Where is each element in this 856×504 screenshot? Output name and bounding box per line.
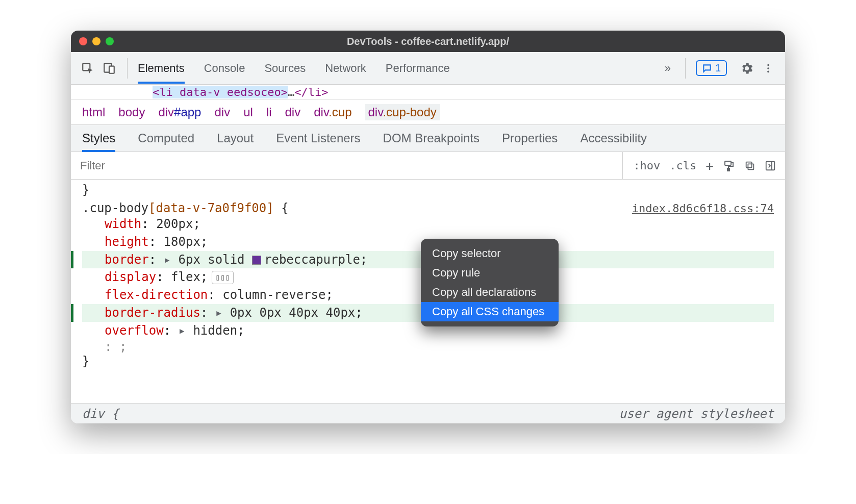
main-tabs: Elements Console Sources Network Perform… [138, 54, 654, 83]
ctx-copy-selector[interactable]: Copy selector [421, 244, 559, 263]
issues-count: 1 [715, 62, 721, 74]
svg-point-3 [767, 64, 769, 66]
decl-width[interactable]: width: 200px; [82, 215, 774, 233]
devtools-window: DevTools - coffee-cart.netlify.app/ Elem… [71, 31, 785, 423]
subtab-styles[interactable]: Styles [82, 125, 115, 152]
tab-sources[interactable]: Sources [264, 54, 306, 83]
crumb-cup-body[interactable]: div.cup-body [365, 104, 439, 120]
paint-icon[interactable] [723, 160, 735, 172]
dock-toggle-icon[interactable] [765, 160, 776, 171]
hov-toggle[interactable]: :hov [633, 159, 660, 172]
subtab-properties[interactable]: Properties [502, 125, 558, 152]
empty-declaration[interactable]: : ; [82, 340, 774, 354]
color-swatch-icon[interactable] [252, 256, 261, 265]
tab-performance[interactable]: Performance [386, 54, 450, 83]
issues-badge[interactable]: 1 [696, 60, 727, 76]
svg-rect-2 [109, 66, 114, 73]
flex-editor-icon[interactable]: ▯▯▯ [212, 271, 234, 284]
crumb-ul[interactable]: ul [243, 105, 253, 119]
settings-icon[interactable] [739, 61, 754, 76]
svg-point-4 [767, 67, 769, 69]
styles-context-menu: Copy selector Copy rule Copy all declara… [421, 239, 559, 326]
ctx-copy-all-changes[interactable]: Copy all CSS changes [421, 302, 559, 321]
crumb-li[interactable]: li [266, 105, 272, 119]
crumb-div2[interactable]: div [285, 105, 301, 119]
crumb-body[interactable]: body [118, 105, 145, 119]
svg-rect-9 [746, 162, 752, 167]
crumb-app[interactable]: div#app [158, 105, 201, 119]
ctx-copy-rule[interactable]: Copy rule [421, 263, 559, 283]
tab-console[interactable]: Console [204, 54, 245, 83]
styles-subtabs: Styles Computed Layout Event Listeners D… [71, 125, 785, 152]
tab-elements[interactable]: Elements [138, 54, 185, 83]
crumb-cup[interactable]: div.cup [314, 105, 351, 119]
tab-network[interactable]: Network [325, 54, 366, 83]
subtab-dom-breakpoints[interactable]: DOM Breakpoints [383, 125, 480, 152]
dom-fragment[interactable]: <li data-v eedsoceo>…</li> [71, 85, 785, 99]
device-toolbar-icon[interactable] [102, 61, 117, 76]
crumb-div1[interactable]: div [214, 105, 230, 119]
select-element-icon[interactable] [80, 61, 95, 76]
ua-selector[interactable]: div { [82, 407, 119, 421]
cls-toggle[interactable]: .cls [669, 159, 696, 172]
titlebar: DevTools - coffee-cart.netlify.app/ [71, 31, 785, 52]
subtab-computed[interactable]: Computed [138, 125, 194, 152]
rule-close-brace: } [82, 354, 774, 368]
user-agent-rule: div { user agent stylesheet [71, 403, 785, 423]
styles-filter-input[interactable] [71, 152, 623, 179]
subtab-accessibility[interactable]: Accessibility [580, 125, 647, 152]
svg-rect-8 [748, 164, 753, 169]
svg-rect-6 [725, 161, 731, 165]
window-title: DevTools - coffee-cart.netlify.app/ [71, 36, 785, 47]
more-tabs-icon[interactable]: » [661, 62, 675, 75]
breadcrumbs: html body div#app div ul li div div.cup … [71, 99, 785, 125]
new-rule-button[interactable]: + [706, 158, 714, 173]
kebab-menu-icon[interactable] [761, 61, 776, 76]
filter-tools: :hov .cls + [623, 158, 785, 173]
svg-point-5 [767, 70, 769, 72]
filter-row: :hov .cls + [71, 152, 785, 180]
prev-rule-close: } [82, 183, 774, 197]
main-toolbar: Elements Console Sources Network Perform… [71, 52, 785, 85]
copy-icon[interactable] [744, 160, 756, 171]
subtab-event-listeners[interactable]: Event Listeners [276, 125, 360, 152]
source-link[interactable]: index.8d6c6f18.css:74 [632, 202, 774, 215]
rule-selector[interactable]: .cup-body[data-v-7a0f9f00] { [82, 201, 289, 215]
ctx-copy-all-decls[interactable]: Copy all declarations [421, 283, 559, 302]
svg-rect-7 [727, 168, 729, 171]
subtab-layout[interactable]: Layout [217, 125, 254, 152]
crumb-html[interactable]: html [82, 105, 105, 119]
ua-label: user agent stylesheet [619, 407, 774, 421]
